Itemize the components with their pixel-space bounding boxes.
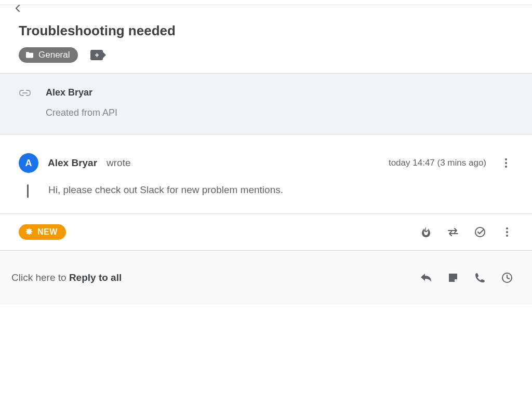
reply-row: Click here to Reply to all (0, 251, 532, 305)
reply-prompt-prefix: Click here to (11, 272, 69, 283)
burst-icon (25, 228, 33, 236)
status-badge-label: NEW (37, 227, 58, 237)
message-body: Hi, please check out Slack for new probl… (48, 184, 283, 196)
actions-more-button[interactable] (501, 226, 513, 238)
back-button[interactable] (12, 3, 23, 13)
svg-point-5 (506, 231, 508, 233)
reply-button[interactable] (420, 272, 432, 284)
kebab-icon (505, 158, 507, 168)
message-more-button[interactable] (499, 156, 513, 170)
page-title: Troubleshooting needed (19, 23, 513, 39)
reply-prompt-bold: Reply to all (69, 272, 122, 283)
svg-point-2 (505, 166, 507, 168)
add-tag-button[interactable]: + (90, 50, 103, 60)
message-timestamp: today 14:47 (3 mins ago) (389, 158, 486, 168)
swap-icon (447, 228, 459, 236)
call-button[interactable] (474, 272, 486, 284)
origin-author: Alex Bryar (46, 87, 92, 98)
origin-description: Created from API (46, 107, 513, 118)
flame-icon (422, 227, 430, 237)
svg-point-4 (506, 227, 508, 229)
quote-bar (27, 184, 29, 198)
status-badge-new[interactable]: NEW (19, 224, 66, 240)
reply-icon (420, 273, 432, 282)
ticket-header: Troubleshooting needed General + (0, 5, 532, 74)
kebab-icon (506, 227, 508, 237)
clock-icon (501, 272, 513, 283)
svg-point-1 (505, 162, 507, 164)
message-author: Alex Bryar (48, 157, 97, 169)
category-chip-label: General (38, 50, 70, 60)
priority-button[interactable] (420, 226, 432, 238)
check-circle-icon (474, 226, 486, 238)
message-verb: wrote (107, 157, 130, 169)
schedule-button[interactable] (501, 272, 513, 284)
category-chip-general[interactable]: General (19, 47, 78, 63)
reply-prompt[interactable]: Click here to Reply to all (11, 272, 122, 283)
plus-icon: + (95, 51, 99, 59)
note-button[interactable] (447, 272, 459, 284)
avatar: A (19, 153, 38, 173)
status-row: NEW (0, 214, 532, 251)
folder-icon (25, 50, 34, 60)
origin-block: Alex Bryar Created from API (0, 74, 532, 134)
svg-point-3 (475, 227, 485, 237)
phone-icon (475, 273, 485, 283)
resolve-button[interactable] (474, 226, 486, 238)
transfer-button[interactable] (447, 226, 459, 238)
message-block: A Alex Bryar wrote today 14:47 (3 mins a… (0, 134, 532, 214)
svg-point-0 (505, 158, 507, 160)
chevron-left-icon (15, 4, 20, 12)
link-icon (19, 90, 31, 96)
note-icon (448, 273, 458, 283)
svg-point-6 (506, 235, 508, 237)
